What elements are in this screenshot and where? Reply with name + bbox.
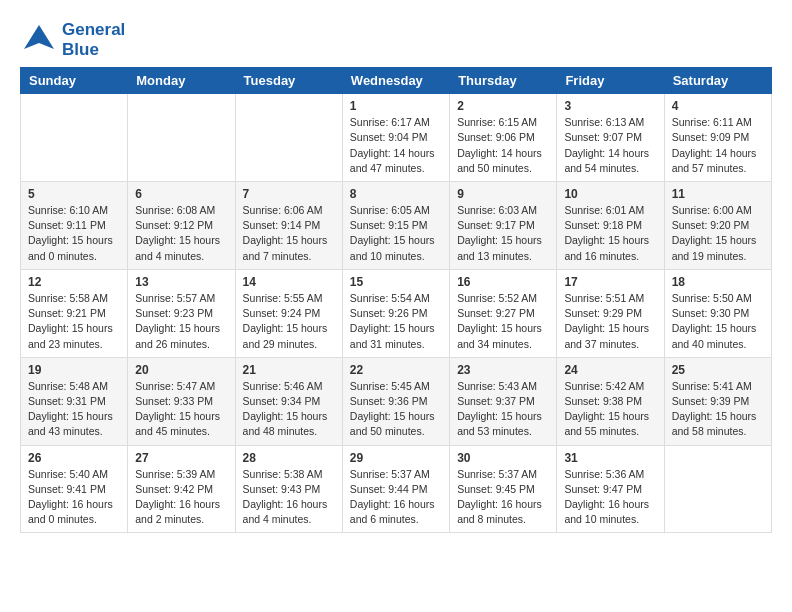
day-number: 25: [672, 363, 764, 377]
sunrise: Sunrise: 5:45 AM: [350, 380, 430, 392]
sunrise: Sunrise: 6:03 AM: [457, 204, 537, 216]
sunrise: Sunrise: 5:36 AM: [564, 468, 644, 480]
sunrise: Sunrise: 6:01 AM: [564, 204, 644, 216]
day-number: 15: [350, 275, 442, 289]
sunrise: Sunrise: 5:54 AM: [350, 292, 430, 304]
day-info: Sunrise: 5:40 AMSunset: 9:41 PMDaylight:…: [28, 467, 120, 528]
day-info: Sunrise: 5:47 AMSunset: 9:33 PMDaylight:…: [135, 379, 227, 440]
day-cell-22: 22Sunrise: 5:45 AMSunset: 9:36 PMDayligh…: [342, 357, 449, 445]
sunset: Sunset: 9:33 PM: [135, 395, 213, 407]
empty-cell: [664, 445, 771, 533]
daylight: Daylight: 16 hours and 8 minutes.: [457, 498, 542, 525]
day-number: 1: [350, 99, 442, 113]
day-number: 10: [564, 187, 656, 201]
sunset: Sunset: 9:12 PM: [135, 219, 213, 231]
day-number: 9: [457, 187, 549, 201]
sunset: Sunset: 9:29 PM: [564, 307, 642, 319]
weekday-monday: Monday: [128, 68, 235, 94]
daylight: Daylight: 15 hours and 0 minutes.: [28, 234, 113, 261]
weekday-sunday: Sunday: [21, 68, 128, 94]
day-info: Sunrise: 6:00 AMSunset: 9:20 PMDaylight:…: [672, 203, 764, 264]
day-info: Sunrise: 6:11 AMSunset: 9:09 PMDaylight:…: [672, 115, 764, 176]
day-info: Sunrise: 6:15 AMSunset: 9:06 PMDaylight:…: [457, 115, 549, 176]
day-number: 14: [243, 275, 335, 289]
weekday-thursday: Thursday: [450, 68, 557, 94]
day-number: 18: [672, 275, 764, 289]
sunrise: Sunrise: 5:46 AM: [243, 380, 323, 392]
day-info: Sunrise: 5:55 AMSunset: 9:24 PMDaylight:…: [243, 291, 335, 352]
day-info: Sunrise: 5:51 AMSunset: 9:29 PMDaylight:…: [564, 291, 656, 352]
sunset: Sunset: 9:43 PM: [243, 483, 321, 495]
day-number: 29: [350, 451, 442, 465]
sunset: Sunset: 9:27 PM: [457, 307, 535, 319]
sunrise: Sunrise: 6:10 AM: [28, 204, 108, 216]
daylight: Daylight: 15 hours and 34 minutes.: [457, 322, 542, 349]
day-cell-7: 7Sunrise: 6:06 AMSunset: 9:14 PMDaylight…: [235, 181, 342, 269]
sunrise: Sunrise: 5:37 AM: [350, 468, 430, 480]
week-row-3: 12Sunrise: 5:58 AMSunset: 9:21 PMDayligh…: [21, 269, 772, 357]
day-cell-15: 15Sunrise: 5:54 AMSunset: 9:26 PMDayligh…: [342, 269, 449, 357]
weekday-saturday: Saturday: [664, 68, 771, 94]
weekday-wednesday: Wednesday: [342, 68, 449, 94]
sunrise: Sunrise: 5:38 AM: [243, 468, 323, 480]
sunset: Sunset: 9:41 PM: [28, 483, 106, 495]
sunrise: Sunrise: 5:42 AM: [564, 380, 644, 392]
daylight: Daylight: 16 hours and 0 minutes.: [28, 498, 113, 525]
weekday-tuesday: Tuesday: [235, 68, 342, 94]
day-number: 20: [135, 363, 227, 377]
sunset: Sunset: 9:45 PM: [457, 483, 535, 495]
day-number: 21: [243, 363, 335, 377]
day-info: Sunrise: 5:52 AMSunset: 9:27 PMDaylight:…: [457, 291, 549, 352]
day-number: 5: [28, 187, 120, 201]
day-info: Sunrise: 5:36 AMSunset: 9:47 PMDaylight:…: [564, 467, 656, 528]
daylight: Daylight: 15 hours and 7 minutes.: [243, 234, 328, 261]
week-row-2: 5Sunrise: 6:10 AMSunset: 9:11 PMDaylight…: [21, 181, 772, 269]
sunrise: Sunrise: 5:50 AM: [672, 292, 752, 304]
daylight: Daylight: 15 hours and 31 minutes.: [350, 322, 435, 349]
daylight: Daylight: 15 hours and 26 minutes.: [135, 322, 220, 349]
day-info: Sunrise: 5:54 AMSunset: 9:26 PMDaylight:…: [350, 291, 442, 352]
daylight: Daylight: 15 hours and 37 minutes.: [564, 322, 649, 349]
day-info: Sunrise: 6:08 AMSunset: 9:12 PMDaylight:…: [135, 203, 227, 264]
sunrise: Sunrise: 6:15 AM: [457, 116, 537, 128]
day-info: Sunrise: 5:58 AMSunset: 9:21 PMDaylight:…: [28, 291, 120, 352]
day-cell-3: 3Sunrise: 6:13 AMSunset: 9:07 PMDaylight…: [557, 94, 664, 182]
sunset: Sunset: 9:44 PM: [350, 483, 428, 495]
sunset: Sunset: 9:38 PM: [564, 395, 642, 407]
sunset: Sunset: 9:21 PM: [28, 307, 106, 319]
day-cell-18: 18Sunrise: 5:50 AMSunset: 9:30 PMDayligh…: [664, 269, 771, 357]
sunset: Sunset: 9:36 PM: [350, 395, 428, 407]
sunrise: Sunrise: 5:55 AM: [243, 292, 323, 304]
sunrise: Sunrise: 6:13 AM: [564, 116, 644, 128]
day-number: 30: [457, 451, 549, 465]
daylight: Daylight: 14 hours and 47 minutes.: [350, 147, 435, 174]
daylight: Daylight: 16 hours and 2 minutes.: [135, 498, 220, 525]
day-info: Sunrise: 6:03 AMSunset: 9:17 PMDaylight:…: [457, 203, 549, 264]
sunset: Sunset: 9:11 PM: [28, 219, 106, 231]
day-cell-9: 9Sunrise: 6:03 AMSunset: 9:17 PMDaylight…: [450, 181, 557, 269]
daylight: Daylight: 15 hours and 53 minutes.: [457, 410, 542, 437]
day-cell-2: 2Sunrise: 6:15 AMSunset: 9:06 PMDaylight…: [450, 94, 557, 182]
sunrise: Sunrise: 6:05 AM: [350, 204, 430, 216]
sunset: Sunset: 9:42 PM: [135, 483, 213, 495]
empty-cell: [128, 94, 235, 182]
day-info: Sunrise: 5:42 AMSunset: 9:38 PMDaylight:…: [564, 379, 656, 440]
page: General Blue SundayMondayTuesdayWednesda…: [0, 0, 792, 543]
day-cell-1: 1Sunrise: 6:17 AMSunset: 9:04 PMDaylight…: [342, 94, 449, 182]
day-info: Sunrise: 5:45 AMSunset: 9:36 PMDaylight:…: [350, 379, 442, 440]
day-number: 24: [564, 363, 656, 377]
sunset: Sunset: 9:14 PM: [243, 219, 321, 231]
daylight: Daylight: 16 hours and 4 minutes.: [243, 498, 328, 525]
day-number: 22: [350, 363, 442, 377]
sunrise: Sunrise: 6:06 AM: [243, 204, 323, 216]
day-number: 12: [28, 275, 120, 289]
sunset: Sunset: 9:06 PM: [457, 131, 535, 143]
sunset: Sunset: 9:30 PM: [672, 307, 750, 319]
day-cell-30: 30Sunrise: 5:37 AMSunset: 9:45 PMDayligh…: [450, 445, 557, 533]
day-cell-8: 8Sunrise: 6:05 AMSunset: 9:15 PMDaylight…: [342, 181, 449, 269]
sunset: Sunset: 9:23 PM: [135, 307, 213, 319]
logo-bird-icon: [20, 21, 58, 59]
day-info: Sunrise: 6:17 AMSunset: 9:04 PMDaylight:…: [350, 115, 442, 176]
daylight: Daylight: 15 hours and 55 minutes.: [564, 410, 649, 437]
day-cell-29: 29Sunrise: 5:37 AMSunset: 9:44 PMDayligh…: [342, 445, 449, 533]
